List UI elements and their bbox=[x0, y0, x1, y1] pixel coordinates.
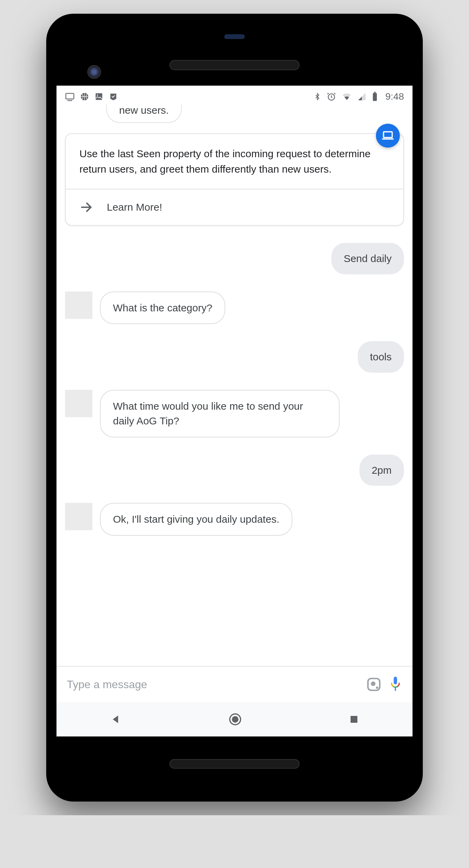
wifi-icon bbox=[342, 92, 352, 101]
signal-icon bbox=[357, 92, 366, 101]
screen: 9:48 new users. Use the last Seen proper… bbox=[56, 86, 413, 736]
bluetooth-icon bbox=[314, 92, 321, 101]
svg-rect-7 bbox=[374, 92, 376, 93]
check-icon bbox=[109, 92, 118, 101]
message-row-user: Send daily bbox=[65, 243, 404, 274]
svg-point-16 bbox=[232, 716, 238, 722]
bottom-speaker bbox=[169, 759, 300, 769]
assistant-bubble: What time would you like me to send your… bbox=[100, 390, 340, 437]
chat-scroll-area[interactable]: new users. Use the last Seen property of… bbox=[56, 104, 413, 666]
truncated-text: new users. bbox=[119, 104, 169, 116]
lens-icon[interactable] bbox=[366, 677, 382, 692]
svg-rect-6 bbox=[373, 93, 377, 101]
message-row-user: tools bbox=[65, 341, 404, 373]
truncated-assistant-bubble: new users. bbox=[106, 104, 182, 123]
assistant-bubble: Ok, I'll start giving you daily updates. bbox=[100, 503, 292, 536]
status-right: 9:48 bbox=[314, 91, 404, 102]
arrow-right-icon bbox=[79, 200, 93, 214]
phone-bottom-bezel bbox=[56, 736, 413, 791]
nav-recents-icon[interactable] bbox=[349, 714, 359, 724]
tip-card: Use the last Seen property of the incomi… bbox=[65, 133, 404, 226]
assistant-avatar bbox=[65, 292, 92, 319]
user-bubble: tools bbox=[358, 341, 404, 373]
message-row-assistant: What time would you like me to send your… bbox=[65, 390, 404, 437]
svg-rect-8 bbox=[383, 132, 392, 138]
message-row-assistant: Ok, I'll start giving you daily updates. bbox=[65, 503, 404, 536]
basketball-icon bbox=[80, 92, 89, 101]
nav-back-icon[interactable] bbox=[110, 714, 122, 725]
status-bar: 9:48 bbox=[56, 86, 413, 104]
phone-top-bezel bbox=[56, 24, 413, 86]
assistant-bubble: What is the category? bbox=[100, 292, 225, 324]
svg-rect-17 bbox=[351, 716, 357, 723]
nav-home-icon[interactable] bbox=[228, 712, 242, 727]
phone-sensor-pill bbox=[224, 34, 245, 39]
status-time: 9:48 bbox=[385, 91, 404, 102]
message-input[interactable]: Type a message bbox=[67, 678, 359, 691]
user-bubble: Send daily bbox=[331, 243, 404, 274]
assistant-avatar bbox=[65, 390, 92, 417]
card-action-label: Learn More! bbox=[107, 201, 162, 213]
svg-rect-3 bbox=[96, 93, 102, 100]
front-camera bbox=[87, 65, 101, 79]
user-bubble: 2pm bbox=[359, 455, 404, 486]
cast-icon bbox=[65, 92, 75, 101]
earpiece-speaker bbox=[169, 60, 300, 70]
card-badge bbox=[376, 124, 400, 148]
svg-point-12 bbox=[376, 686, 378, 689]
laptop-icon bbox=[382, 131, 394, 140]
card-action-row[interactable]: Learn More! bbox=[66, 189, 403, 225]
svg-point-11 bbox=[371, 681, 375, 686]
android-nav-bar bbox=[56, 702, 413, 736]
message-input-bar: Type a message bbox=[56, 666, 413, 702]
svg-rect-13 bbox=[394, 677, 397, 684]
phone-device-frame: 9:48 new users. Use the last Seen proper… bbox=[46, 14, 423, 802]
battery-icon bbox=[372, 92, 378, 101]
status-left bbox=[65, 92, 118, 101]
assistant-avatar bbox=[65, 503, 92, 530]
message-row-user: 2pm bbox=[65, 455, 404, 486]
svg-point-4 bbox=[97, 95, 98, 96]
alarm-icon bbox=[327, 92, 336, 101]
image-icon bbox=[94, 92, 103, 101]
message-row-assistant: What is the category? bbox=[65, 292, 404, 324]
mic-icon[interactable] bbox=[389, 676, 402, 693]
svg-rect-0 bbox=[66, 93, 74, 99]
card-body-text: Use the last Seen property of the incomi… bbox=[66, 134, 403, 189]
